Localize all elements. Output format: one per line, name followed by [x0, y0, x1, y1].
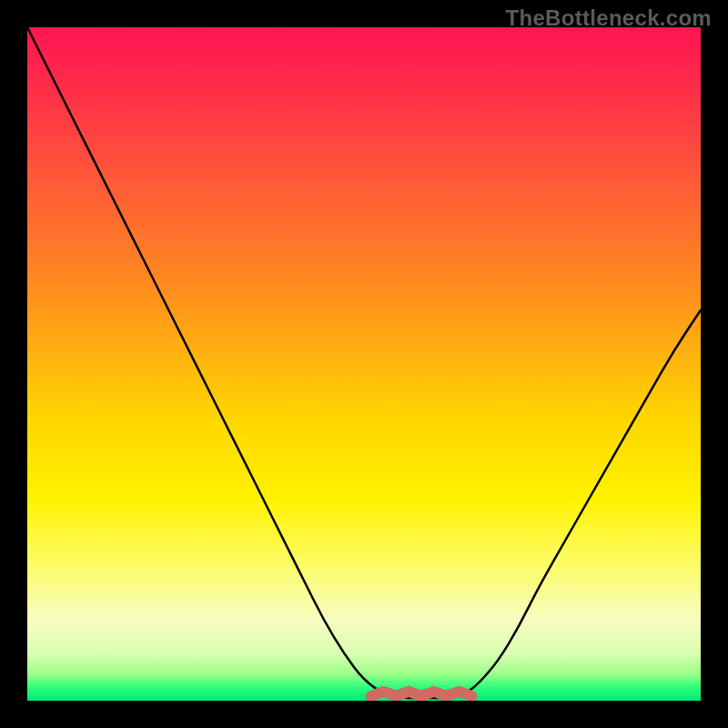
bottleneck-curve [27, 27, 701, 698]
plot-area [27, 27, 701, 701]
curve-svg [27, 27, 701, 701]
bottom-valley-marker [370, 692, 471, 697]
chart-frame: TheBottleneck.com [0, 0, 728, 728]
watermark-text: TheBottleneck.com [506, 5, 712, 31]
